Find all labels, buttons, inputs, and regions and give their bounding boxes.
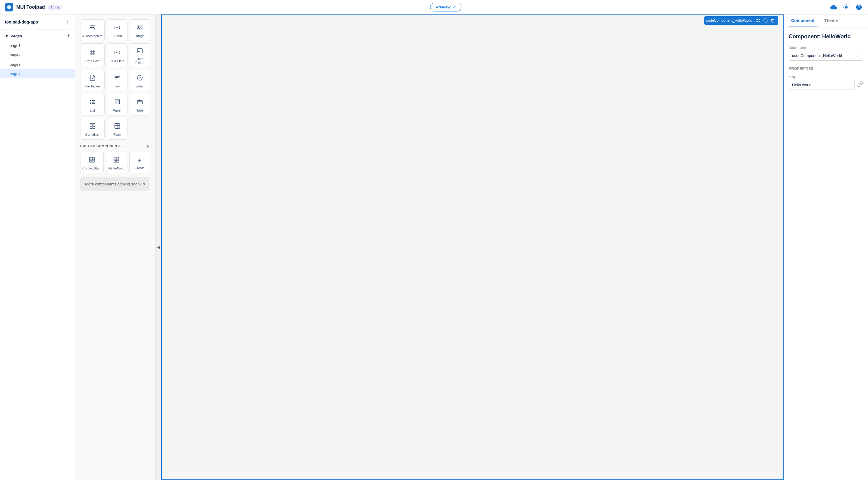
svg-rect-27 (92, 100, 95, 101)
helloworld-icon (113, 156, 120, 164)
svg-rect-23 (115, 77, 119, 78)
comp-contact-status-label: ContactSta... (82, 167, 101, 170)
comp-container[interactable]: Container (80, 118, 104, 140)
svg-rect-24 (115, 79, 118, 79)
node-name-field-group: Node name (789, 46, 863, 61)
svg-rect-50 (756, 19, 758, 20)
preview-button[interactable]: Preview ↗ (430, 3, 461, 11)
comp-helloworld-label: HelloWorld (108, 167, 124, 170)
sidebar-app-name: toolpad-dog-app (5, 20, 38, 24)
sidebar-more-menu-icon[interactable]: ⋮ (65, 19, 70, 25)
main-layout: toolpad-dog-app ⋮ ▼ Pages + page1 page2 … (0, 14, 868, 480)
comp-paper[interactable]: Paper (107, 94, 127, 116)
collapse-library-button[interactable]: ◀ (155, 14, 161, 480)
binding-icon[interactable] (857, 81, 863, 89)
comp-text-field-label: Text Field (110, 59, 124, 63)
text-icon (114, 74, 121, 83)
canvas-grid-icon[interactable] (755, 17, 762, 24)
svg-rect-52 (756, 21, 758, 22)
tab-theme[interactable]: Theme (822, 14, 840, 27)
sidebar-pages-header: ▼ Pages + (0, 30, 75, 41)
comp-select[interactable]: Select (130, 70, 150, 91)
svg-rect-37 (90, 126, 92, 128)
comp-button[interactable]: Button (107, 19, 127, 41)
custom-section-collapse-icon[interactable]: ▲ (145, 143, 150, 149)
svg-rect-26 (90, 100, 91, 101)
sun-icon[interactable] (842, 3, 850, 11)
svg-rect-13 (115, 51, 120, 54)
msg-input[interactable] (789, 80, 855, 90)
sidebar-pages-toggle[interactable]: ▼ Pages (5, 34, 22, 38)
svg-point-25 (137, 75, 143, 80)
canvas-area[interactable]: codeComponent_HelloWorld (161, 14, 784, 480)
comp-file-picker-label: File Picker (85, 84, 100, 88)
svg-rect-19 (138, 51, 140, 52)
component-library-panel: Autocomplete Button Image (75, 14, 155, 480)
data-grid-icon (89, 49, 96, 57)
add-page-button[interactable]: + (67, 33, 70, 39)
pages-label: Pages (10, 34, 22, 38)
comp-tabs[interactable]: Tabs (130, 94, 150, 116)
more-coming-soon-banner: More components coming soon! ▾ (80, 177, 150, 191)
svg-rect-31 (92, 103, 95, 104)
tabs-icon (136, 98, 143, 107)
form-icon (114, 123, 121, 131)
help-icon[interactable] (855, 3, 863, 11)
comp-autocomplete[interactable]: Autocomplete (80, 19, 104, 41)
comp-data-grid-label: Data Grid (85, 59, 99, 63)
comp-text-field[interactable]: Text Field (107, 43, 127, 67)
container-icon (89, 123, 96, 131)
sidebar-item-page3[interactable]: page3 (0, 60, 75, 69)
select-icon (136, 74, 143, 83)
svg-rect-22 (115, 76, 120, 76)
comp-create-label: Create (135, 166, 145, 170)
comp-autocomplete-label: Autocomplete (82, 34, 102, 38)
comp-date-picker[interactable]: Date Picker (130, 43, 150, 67)
left-sidebar: toolpad-dog-app ⋮ ▼ Pages + page1 page2 … (0, 14, 75, 480)
topbar: MUI Toolpad Alpha Preview ↗ (0, 0, 868, 14)
comp-form[interactable]: Form (107, 118, 127, 140)
canvas-delete-icon[interactable] (769, 17, 776, 24)
create-icon: + (138, 156, 142, 164)
svg-rect-43 (93, 157, 94, 159)
comp-create[interactable]: + Create (129, 152, 150, 173)
custom-components-title: CUSTOM COMPONENTS (80, 144, 122, 148)
tab-component[interactable]: Component (789, 14, 817, 27)
svg-rect-54 (765, 20, 767, 22)
sidebar-item-page1[interactable]: page1 (0, 41, 75, 50)
cloud-icon[interactable] (830, 3, 838, 11)
comp-file-picker[interactable]: File Picker (80, 70, 104, 91)
external-link-icon: ↗ (453, 5, 456, 9)
svg-rect-51 (758, 19, 760, 20)
list-icon (89, 98, 96, 107)
topbar-right (830, 3, 863, 11)
sidebar-item-page4[interactable]: page4 (0, 69, 75, 79)
comp-button-label: Button (113, 34, 122, 38)
more-coming-soon-text: More components coming soon! (85, 182, 141, 186)
comp-image[interactable]: Image (130, 19, 150, 41)
comp-list[interactable]: List (80, 94, 104, 116)
comp-text[interactable]: Text (107, 70, 127, 91)
svg-point-7 (138, 26, 140, 27)
comp-select-label: Select (135, 84, 145, 88)
more-coming-chevron-icon: ▾ (143, 182, 145, 186)
canvas-copy-icon[interactable] (762, 17, 769, 24)
svg-rect-47 (117, 157, 119, 159)
svg-rect-30 (90, 103, 91, 104)
svg-rect-28 (90, 101, 91, 102)
image-icon (136, 24, 143, 32)
topbar-center: Preview ↗ (430, 3, 461, 11)
svg-rect-8 (90, 50, 95, 55)
topbar-left: MUI Toolpad Alpha (5, 3, 62, 11)
comp-container-label: Container (85, 133, 100, 136)
comp-contact-status[interactable]: ContactSta... (80, 152, 104, 173)
comp-helloworld[interactable]: HelloWorld (106, 152, 127, 173)
component-grid: Autocomplete Button Image (80, 19, 150, 140)
paper-icon (114, 98, 121, 107)
right-panel-body: Component: HelloWorld Node name PROPERTI… (784, 27, 868, 480)
component-library-inner: Autocomplete Button Image (75, 14, 155, 196)
comp-data-grid[interactable]: Data Grid (80, 43, 104, 67)
app-logo (5, 3, 13, 11)
node-name-input[interactable] (789, 51, 863, 61)
sidebar-item-page2[interactable]: page2 (0, 50, 75, 60)
